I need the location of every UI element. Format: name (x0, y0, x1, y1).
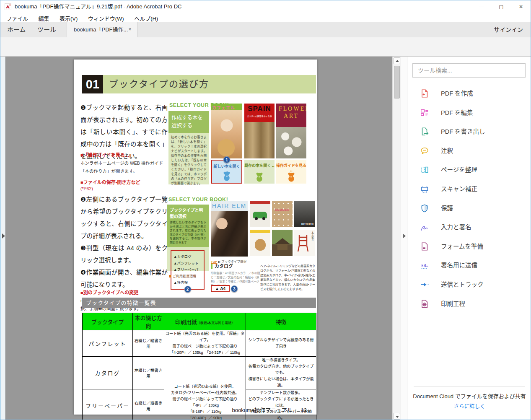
tool-search-input[interactable] (412, 63, 526, 78)
table-row: パンフレット 右綴じ／縦書き用 コート紙（光沢のある紙）を使用。「厚紙」タイプ。… (83, 330, 316, 357)
section-number: 01 (82, 75, 103, 93)
pdf-page: 01 ブックタイプの選び方 ❶ブックマを起動すると、右画面が表示されます。初めて… (74, 60, 317, 415)
chair-illustration (297, 234, 309, 252)
tool-edit-pdf[interactable]: PDF を編集 (415, 106, 525, 119)
existing-book-button-image: 既存の本を開く ‥ (244, 160, 275, 184)
step-1-badge: 1 (223, 156, 230, 163)
green-panel: ブックタイプと判型の選択 作成したい本のタイプを下から選ぶと右に詳細が表示されま… (167, 205, 209, 271)
edit-pdf-icon (420, 108, 429, 117)
type-pamphlet: ▲パンフレット (174, 260, 202, 267)
book-cover-spain: SPAIN ガウディの建築をめぐる旅 (244, 104, 275, 158)
book-type-table: ブックタイプ 本の綴じ方向 印刷用紙（表紙・本文は同じ用紙） 特徴 パンフレット… (82, 313, 316, 420)
tool-comment[interactable]: 注釈 (415, 145, 525, 157)
scroll-up-button[interactable] (394, 57, 400, 64)
mini-cover-dog (250, 230, 270, 256)
bear-icon (287, 172, 295, 182)
section-title: ブックタイプの選び方 (109, 75, 209, 93)
tool-prepare-form[interactable]: フォームを準備 (415, 240, 525, 253)
mini-cover-car (250, 201, 270, 227)
screenshot-select-book: SELECT YOUR BOOK! 作成する本を選択する 初めて本を作るお客さま… (168, 102, 316, 184)
footer-label: bookuma操作マニュアル (232, 407, 292, 413)
book-type-list: ▲カタログ ▲パンフレット ▲フリーペーパー ▲社内報 2 (171, 250, 205, 290)
sign-in-button[interactable]: サインイン (494, 22, 523, 37)
send-track-icon (420, 280, 429, 289)
tool-organize-pages[interactable]: ページを整理 (415, 163, 525, 176)
tool-protect[interactable]: 保護 (415, 202, 525, 215)
window-title: bookuma「PDF操作マニュアル」9.21版.pdf - Adobe Acr… (15, 0, 181, 13)
table-row: カタログ 左綴じ／横書き用 コート紙（光沢のある紙）を使用。 カタログ・フリーペ… (83, 357, 316, 389)
footer-page-number: 12 (301, 407, 307, 413)
tool-send-signature[interactable]: 署名用に送信 (415, 259, 525, 272)
navigation-pane-strip[interactable] (0, 57, 5, 420)
cell-binding: 右綴じ／縦書き用 (133, 330, 164, 357)
cell-type: パンフレット (83, 330, 133, 357)
orange-square-icon (169, 275, 171, 277)
cover-cafe-title: カフェエル (211, 106, 235, 110)
prepare-form-icon (420, 242, 429, 251)
green-panel-title: 作成する本を選択する (168, 111, 209, 133)
screenshot-book-type: SELECT YOUR BOOK! ブックタイプと判型の選択 作成したい本のタイ… (167, 197, 316, 293)
note-change-type-title: ■別のブックタイプへの変更 (80, 289, 138, 296)
minimize-button[interactable]: — (472, 0, 491, 13)
tab-document[interactable]: bookuma「PDF操作... × (67, 22, 138, 37)
maximize-button[interactable]: ▢ (492, 0, 511, 13)
tab-tools[interactable]: ツール (37, 22, 56, 37)
tools-pane-strip[interactable] (401, 57, 407, 420)
document-cloud-text: Document Cloud でファイルを保存および共有 (407, 392, 531, 400)
tool-create-pdf[interactable]: PDF を作成 (415, 87, 525, 100)
catalog-heading: カタログ (211, 264, 233, 269)
green-panel: 作成する本を選択する 初めて本を作るお客さまは、「新しい本を開く」を、クリック！… (168, 111, 209, 184)
print-production-icon (420, 299, 429, 309)
a4-size-button-image: ▲ A4 (211, 285, 230, 292)
tool-print-production[interactable]: 印刷工程 (415, 298, 525, 310)
hair-elm-photo (211, 211, 248, 257)
tool-fill-sign[interactable]: 入力と署名 (415, 221, 525, 233)
cell-feature: 唯一の横書きタイプ。 各種カタログ向き。他のブックタイプでも、 横書きにしたい場… (246, 357, 316, 389)
scroll-down-button[interactable] (394, 413, 400, 420)
page-footer: bookuma操作マニュアル12 (232, 406, 307, 414)
cover-flower-subtitle (276, 121, 306, 123)
tool-export-pdf[interactable]: PDF を書き出し (415, 125, 525, 138)
close-button[interactable]: ✕ (511, 0, 531, 13)
book-cover-flower: FLOWER ART (276, 104, 306, 158)
expand-nav-pane-icon[interactable] (2, 233, 5, 239)
new-book-button-image: 1 新しい本を開く ‥ (211, 160, 242, 184)
note-save-title: ■ファイルの保存・開き方など (80, 179, 140, 185)
cover-flower-title: FLOWER ART (279, 104, 304, 119)
cell-binding: 左綴じ／横書き用 (133, 357, 164, 389)
export-pdf-icon (420, 127, 429, 136)
tool-scan-enhance[interactable]: スキャン補正 (415, 183, 525, 195)
learn-more-link[interactable]: さらに詳しく (407, 402, 531, 410)
acrobat-window: bookuma「PDF操作マニュアル」9.21版.pdf - Adobe Acr… (0, 0, 531, 420)
cell-feature: シンプルなデザインで高級感のある冊子向き (246, 330, 316, 357)
cell-binding: 右綴じ／縦書き用 (133, 389, 164, 420)
arrow-down-icon (396, 416, 399, 418)
scrollbar-thumb[interactable] (394, 66, 400, 99)
cover-cafe-photo (211, 110, 242, 158)
col-header-booktype: ブックタイプ (83, 313, 133, 330)
vertical-scrollbar[interactable] (392, 57, 401, 420)
cover-spain-title: SPAIN (244, 104, 275, 113)
menu-bar: ファイル 編集 表示(V) ウィンドウ(W) ヘルプ(H) (0, 13, 531, 22)
tab-bar: ホーム ツール bookuma「PDF操作... × ? サインイン (0, 22, 531, 37)
table-header-row: ブックタイプ 本の綴じ方向 印刷用紙（表紙・本文は同じ用紙） 特徴 (83, 313, 316, 330)
comment-icon (420, 146, 429, 156)
note-guide-body: ホンラボホームページの WEB 操作ガイド「本の作り方」が開きます。 (80, 159, 165, 175)
create-pdf-icon (420, 89, 429, 98)
tab-home[interactable]: ホーム (7, 22, 26, 37)
organize-pages-icon (420, 165, 429, 174)
collapse-tools-pane-icon[interactable] (403, 233, 406, 239)
tool-send-track[interactable]: 送信とトラック (415, 278, 525, 291)
recommended-env-link: ご利用推奨環境 (169, 274, 196, 278)
send-signature-icon (420, 261, 429, 270)
green-panel-body: 初めて本を作るお客さまは、「新しい本を開く」を、クリック！本の選択ナビがスタート… (168, 133, 209, 188)
cover-spain-subtitle: ガウディの建築をめぐる旅 (244, 114, 275, 117)
arrow-up-icon (396, 60, 399, 62)
main-area: 01 ブックタイプの選び方 ❶ブックマを起動すると、右画面が表示されます。初めて… (0, 57, 531, 420)
catalog-description: ヘア・ネイル・トリミングなどの美容系カタログから、リフォーム・戸建施工例などの建… (260, 264, 315, 291)
bear-icon (255, 172, 264, 182)
magazine-cover-hair-elm: HAIR ELM (211, 201, 248, 257)
cover-flower-photo (276, 127, 306, 158)
tab-close-icon[interactable]: × (127, 26, 133, 33)
cell-paper: コート紙（光沢のある紙）を使用。「厚紙」タイプ。 冊子の総ページ数によって下記の… (164, 330, 246, 357)
